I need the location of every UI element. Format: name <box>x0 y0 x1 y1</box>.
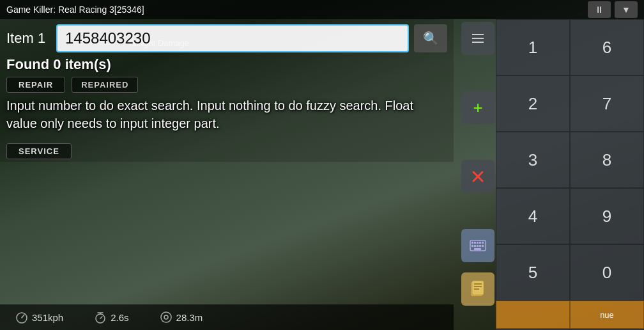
main-panel: Item 1 🔍 Found 0 item(s) REPAIR REPAIRED… <box>0 19 454 162</box>
keyboard-button[interactable] <box>461 229 494 262</box>
icon-spacer-1 <box>461 58 493 88</box>
svg-rect-13 <box>471 242 473 244</box>
search-icon: 🔍 <box>423 31 439 46</box>
service-label[interactable]: SERVICE <box>6 143 72 159</box>
svg-rect-18 <box>471 245 473 247</box>
svg-rect-30 <box>474 286 482 287</box>
instructions-text: Input number to do exact search. Input n… <box>6 97 441 132</box>
num-5-button[interactable]: 5 <box>496 244 570 301</box>
title-bar: Game Killer: Real Racing 3[25346] ⏸ ▼ <box>0 0 644 19</box>
num-2-button[interactable]: 2 <box>496 75 570 132</box>
svg-rect-14 <box>474 242 476 244</box>
icon-spacer-4 <box>461 265 493 270</box>
time-value: 2.6s <box>111 312 128 323</box>
pause-button[interactable]: ⏸ <box>588 1 611 18</box>
num-9-button[interactable]: 9 <box>570 188 644 244</box>
docs-button[interactable] <box>461 272 494 306</box>
svg-rect-7 <box>472 34 484 35</box>
svg-rect-17 <box>482 242 484 244</box>
distance-icon <box>160 311 172 324</box>
found-items-text: Found 0 item(s) <box>6 56 447 73</box>
svg-point-5 <box>161 312 171 322</box>
svg-line-4 <box>100 317 102 318</box>
svg-rect-20 <box>477 245 479 247</box>
num-1-button[interactable]: 1 <box>496 19 570 75</box>
svg-rect-9 <box>472 42 484 43</box>
numpad-extra-row: nue <box>496 301 644 329</box>
svg-rect-15 <box>477 242 479 244</box>
svg-rect-21 <box>479 245 481 247</box>
right-sidebar: + <box>459 19 644 330</box>
svg-rect-31 <box>474 288 479 290</box>
timer-icon <box>94 311 107 324</box>
distance-stat: 28.3m <box>144 311 218 324</box>
speedometer-icon <box>15 311 28 324</box>
svg-rect-22 <box>482 245 484 247</box>
bottom-bar: 351kph 2.6s 28.3m <box>0 304 454 330</box>
svg-rect-19 <box>474 245 476 247</box>
svg-rect-8 <box>472 38 484 39</box>
search-row: Item 1 🔍 <box>6 24 447 52</box>
icon-spacer-3 <box>461 196 493 226</box>
numpad: 1 6 2 7 3 8 4 9 5 0 nue ... <box>496 19 644 330</box>
app-title: Game Killer: Real Racing 3[25346] <box>6 4 144 15</box>
speed-stat: 351kph <box>0 311 79 324</box>
game-labels-area: REPAIR REPAIRED <box>6 77 447 93</box>
num-3-button[interactable]: 3 <box>496 132 570 188</box>
svg-rect-16 <box>479 242 481 244</box>
num-7-button[interactable]: 7 <box>570 75 644 132</box>
title-controls: ⏸ ▼ <box>588 1 638 18</box>
orange-left-button[interactable] <box>496 301 570 329</box>
svg-point-6 <box>164 315 168 319</box>
list-button[interactable] <box>461 22 494 55</box>
svg-rect-29 <box>474 283 482 285</box>
repaired-label: REPAIRED <box>72 77 138 93</box>
add-button[interactable]: + <box>461 91 494 124</box>
icon-column: + <box>459 19 496 330</box>
icon-spacer-2 <box>461 127 493 157</box>
num-8-button[interactable]: 8 <box>570 132 644 188</box>
num-0-button[interactable]: 0 <box>570 244 644 301</box>
svg-rect-28 <box>472 281 484 295</box>
service-area: SERVICE <box>6 145 447 157</box>
dropdown-button[interactable]: ▼ <box>615 1 638 18</box>
repair-label[interactable]: REPAIR <box>6 77 65 93</box>
item-label: Item 1 <box>6 30 51 47</box>
svg-rect-23 <box>474 248 481 250</box>
search-button[interactable]: 🔍 <box>414 24 447 52</box>
orange-right-button[interactable]: nue <box>570 301 644 329</box>
search-input[interactable] <box>56 24 409 52</box>
distance-value: 28.3m <box>176 312 203 323</box>
speed-value: 351kph <box>32 312 63 323</box>
num-6-button[interactable]: 6 <box>570 19 644 75</box>
time-stat: 2.6s <box>79 311 144 324</box>
num-4-button[interactable]: 4 <box>496 188 570 244</box>
close-button[interactable] <box>461 160 494 193</box>
svg-line-1 <box>22 315 24 318</box>
numpad-grid: 1 6 2 7 3 8 4 9 5 0 <box>496 19 644 301</box>
